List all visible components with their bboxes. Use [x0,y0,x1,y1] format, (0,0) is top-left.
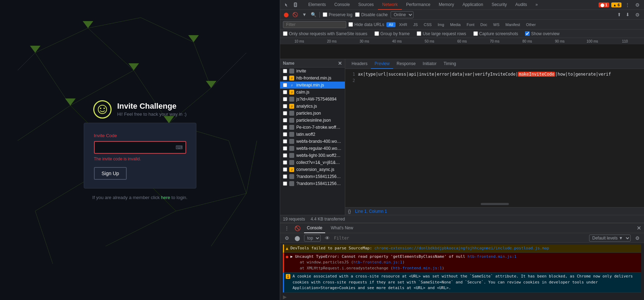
request-checkbox[interactable] [283,174,287,179]
network-settings-icon[interactable]: ⚙ [633,11,641,19]
file-link[interactable]: htb-frontend.min.js:1 [353,260,402,264]
samesite-checkbox[interactable]: Only show requests with SameSite issues [283,31,367,36]
request-item-inviteapi[interactable]: J inviteapi.min.js [280,82,345,89]
console-record-icon[interactable]: ⬤ [293,234,301,242]
throttle-select[interactable]: Online [391,11,413,18]
hide-data-urls-checkbox[interactable]: Hide data URLs [348,22,384,27]
file-link[interactable]: htb-frontend.min.js:1 [393,266,442,270]
filter-button[interactable]: ▼ [301,12,308,18]
large-rows-checkbox[interactable]: Use large request rows [417,31,466,36]
filter-manifest[interactable]: Manifest [503,22,523,27]
request-item-conversion[interactable]: J conversion_async.js [280,166,345,173]
request-checkbox[interactable] [283,97,287,101]
context-select[interactable]: top [304,235,321,242]
console-tab-console[interactable]: Console [304,223,325,233]
tab-security[interactable]: Security [487,0,511,10]
tab-more[interactable]: » [531,0,542,10]
request-item-htb-frontend[interactable]: J htb-frontend.min.js [280,75,345,82]
request-item-latin-woff2[interactable]: latin.woff2 [280,131,345,138]
tab-timing[interactable]: Timing [440,59,460,69]
tab-console[interactable]: Console [330,0,354,10]
request-item-particles-json[interactable]: particles.json [280,110,345,117]
console-clear-icon[interactable]: 🚫 [293,224,301,232]
record-button[interactable]: ⬤ [283,12,289,18]
console-menu-icon[interactable]: ⋮ [283,224,291,232]
request-item-pe-icon[interactable]: Pe-icon-7-stroke.woff?d7yf1v [280,124,345,131]
close-panel-button[interactable]: ✕ [338,60,342,66]
request-checkbox[interactable] [283,125,287,129]
filter-font[interactable]: Font [464,22,477,27]
tab-application[interactable]: Application [458,0,487,10]
request-checkbox[interactable] [283,181,287,186]
tab-sources[interactable]: Sources [354,0,378,10]
tab-performance[interactable]: Performance [402,0,435,10]
tab-headers[interactable]: Headers [348,59,371,69]
preserve-log-checkbox[interactable]: Preserve log [323,12,352,17]
filter-all[interactable]: All [386,22,396,27]
tab-audits[interactable]: Audits [511,0,531,10]
console-close-button[interactable]: ✕ [637,225,641,231]
clear-button[interactable]: 🚫 [292,12,298,18]
request-checkbox[interactable] [283,69,287,73]
request-item-particlesinline[interactable]: particlesinline.json [280,117,345,124]
filter-media[interactable]: Media [448,22,463,27]
console-tab-whatsnew[interactable]: What's New [328,223,356,233]
inspect-icon[interactable] [283,1,291,9]
export-icon[interactable]: ⬇ [624,12,631,18]
request-item-jsid[interactable]: js?id=AW-757546894 [280,96,345,103]
filter-doc[interactable]: Doc [478,22,490,27]
disable-cache-checkbox[interactable]: Disable cache [355,12,387,17]
import-icon[interactable]: ⬆ [616,12,622,18]
device-mode-icon[interactable] [292,1,300,9]
error-file-link[interactable]: htb-frontend.min.js:1 [468,254,517,259]
request-checkbox[interactable] [283,146,287,151]
request-checkbox[interactable] [283,153,287,158]
tab-response[interactable]: Response [393,59,419,69]
request-item-random1[interactable]: ?random=1584112563575&c... [280,173,345,180]
request-checkbox[interactable] [283,118,287,122]
signup-button[interactable]: Sign Up [94,167,127,180]
capture-screenshots-checkbox[interactable]: Capture screenshots [473,31,518,36]
request-item-collect[interactable]: collect?v=1&_v=j81&aip=1&a... [280,159,345,166]
source-map-link[interactable]: chrome-extension://donlbdkbdjpbkoecajngf… [374,246,549,250]
log-level-select[interactable]: Default levels ▼ [589,235,631,242]
request-checkbox[interactable] [283,139,287,143]
request-item-calm[interactable]: J calm.js [280,89,345,96]
request-item-random2[interactable]: ?random=1584112563575&c... [280,180,345,187]
show-overview-checkbox[interactable]: Show overview [525,31,560,36]
console-settings-icon[interactable]: ⚙ [283,234,291,242]
console-repl-input[interactable] [289,294,641,299]
request-item-analytics[interactable]: J analytics.js [280,103,345,110]
request-checkbox[interactable] [283,83,287,87]
filter-ws[interactable]: WS [491,22,502,27]
tab-network[interactable]: Network [378,0,402,10]
filter-xhr[interactable]: XHR [397,22,410,27]
request-checkbox[interactable] [283,132,287,136]
request-checkbox[interactable] [283,167,287,172]
request-checkbox[interactable] [283,160,287,165]
request-checkbox[interactable] [283,76,287,80]
filter-input[interactable] [283,21,346,28]
filter-css[interactable]: CSS [421,22,434,27]
tab-memory[interactable]: Memory [435,0,458,10]
filter-js[interactable]: JS [411,22,420,27]
group-by-frame-checkbox[interactable]: Group by frame [374,31,410,36]
request-item-webfa-regular[interactable]: webfa-regular-400.woff2?126 [280,145,345,152]
request-item-invite[interactable]: invite [280,68,345,75]
settings-icon[interactable]: ⚙ [633,1,641,9]
tab-preview[interactable]: Preview [371,59,393,69]
request-item-webfa-brands[interactable]: webfa-brands-400.woff2?10... [280,138,345,145]
request-item-webfa-light[interactable]: webfa-light-300.woff2?9ccb6 [280,152,345,159]
console-filter-input[interactable] [334,236,586,241]
footer-link[interactable]: here [161,195,170,200]
console-eye-icon[interactable]: 👁 [323,234,331,242]
filter-img[interactable]: Img [435,22,447,27]
tab-elements[interactable]: Elements [304,0,330,10]
request-checkbox[interactable] [283,90,287,94]
request-checkbox[interactable] [283,104,287,108]
status-position[interactable]: Line 1, Column 1 [355,209,387,214]
tab-initiator[interactable]: Initiator [419,59,440,69]
more-options-icon[interactable]: ⋮ [624,1,631,9]
request-checkbox[interactable] [283,111,287,115]
search-button[interactable]: 🔍 [310,12,317,18]
